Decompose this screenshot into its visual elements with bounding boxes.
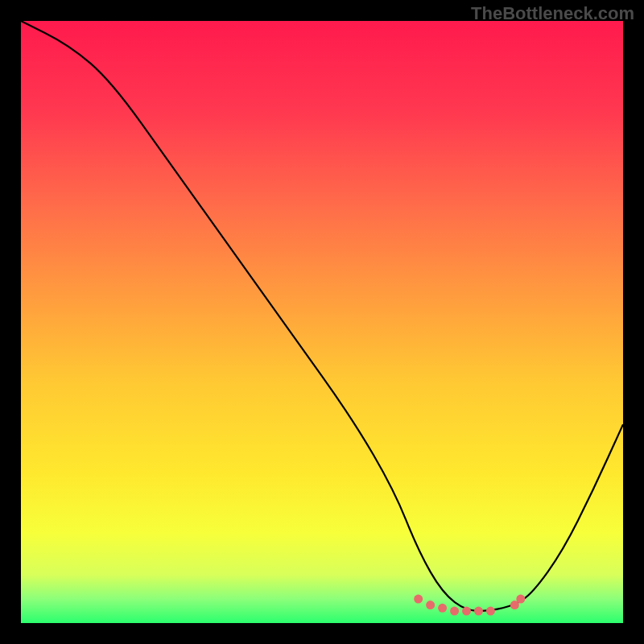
- marker-dot: [516, 595, 525, 604]
- marker-dot: [486, 607, 495, 616]
- chart-plot-area: [21, 21, 623, 623]
- marker-dot: [438, 604, 447, 613]
- marker-dot: [462, 607, 471, 616]
- curve-line: [21, 21, 623, 611]
- optimal-range-markers: [414, 595, 525, 616]
- watermark-text: TheBottleneck.com: [471, 3, 634, 24]
- bottleneck-curve: [21, 21, 623, 623]
- marker-dot: [450, 607, 459, 616]
- marker-dot: [414, 595, 423, 604]
- marker-dot: [474, 607, 483, 616]
- marker-dot: [426, 601, 435, 609]
